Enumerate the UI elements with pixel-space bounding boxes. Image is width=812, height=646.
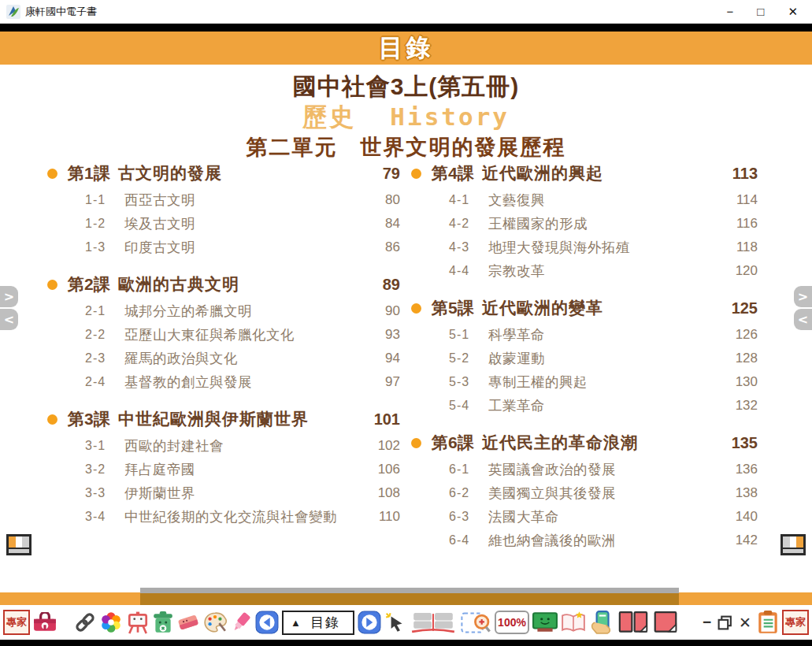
sub-title[interactable]: 中世紀後期的文化交流與社會變動	[124, 507, 365, 526]
lesson-page[interactable]: 135	[720, 434, 758, 452]
sub-title[interactable]: 王權國家的形成	[488, 214, 723, 233]
lesson-page[interactable]: 113	[720, 165, 758, 183]
hand-phone-icon[interactable]	[589, 608, 614, 637]
link-icon[interactable]	[74, 608, 96, 637]
left-edge-back-button[interactable]: <	[0, 309, 18, 330]
sub-row[interactable]: 5-3 專制王權的興起 130	[411, 373, 758, 392]
sub-row[interactable]: 2-2 亞歷山大東征與希臘化文化 93	[47, 325, 400, 344]
sub-title[interactable]: 埃及古文明	[124, 214, 365, 233]
sub-page[interactable]: 120	[723, 262, 758, 280]
chalkboard-icon[interactable]	[532, 608, 558, 637]
page-selector-arrow-icon[interactable]: ▲	[291, 617, 301, 629]
page-corner-left-icon[interactable]	[6, 534, 32, 555]
sub-title[interactable]: 法國大革命	[488, 507, 723, 526]
sub-row[interactable]: 4-1 文藝復興 114	[411, 191, 758, 210]
sub-page[interactable]: 84	[365, 214, 400, 233]
sub-page[interactable]: 116	[723, 214, 758, 233]
highlighter-icon[interactable]	[230, 608, 252, 637]
lesson-title[interactable]: 古文明的發展	[118, 162, 362, 184]
sub-title[interactable]: 基督教的創立與發展	[124, 373, 365, 392]
toolbox-icon[interactable]	[33, 608, 57, 637]
sub-title[interactable]: 西歐的封建社會	[124, 436, 365, 455]
sub-title[interactable]: 英國議會政治的發展	[488, 460, 723, 479]
sub-title[interactable]: 維也納會議後的歐洲	[488, 531, 723, 550]
toolbar-minimize-button[interactable]: −	[700, 614, 714, 631]
sub-row[interactable]: 1-1 西亞古文明 80	[47, 191, 400, 210]
lesson-title[interactable]: 近代歐洲的變革	[482, 297, 720, 319]
sub-page[interactable]: 80	[365, 191, 400, 210]
sub-page[interactable]: 108	[365, 484, 400, 503]
sub-page[interactable]: 118	[723, 238, 758, 257]
left-edge-forward-button[interactable]: >	[0, 286, 18, 307]
lesson-page[interactable]: 89	[362, 276, 400, 294]
lesson-row[interactable]: 第2課 歐洲的古典文明 89	[47, 273, 400, 295]
page-selector[interactable]: ▲ 目錄	[282, 611, 354, 635]
sparkle-book-icon[interactable]	[561, 608, 586, 637]
sub-title[interactable]: 專制王權的興起	[488, 373, 723, 392]
sub-row[interactable]: 5-1 科學革命 126	[411, 325, 758, 344]
clipboard-icon[interactable]	[757, 608, 779, 637]
sub-title[interactable]: 美國獨立與其後發展	[488, 484, 723, 503]
lesson-row[interactable]: 第3課 中世紀歐洲與伊斯蘭世界 101	[47, 408, 400, 430]
sub-page[interactable]: 140	[723, 507, 758, 526]
sub-page[interactable]: 130	[723, 373, 758, 392]
eraser-icon[interactable]	[176, 608, 200, 637]
prev-page-button[interactable]	[255, 608, 279, 637]
lesson-row[interactable]: 第6課 近代民主的革命浪潮 135	[411, 432, 758, 454]
sub-page[interactable]: 106	[365, 460, 400, 479]
sub-row[interactable]: 6-4 維也納會議後的歐洲 142	[411, 531, 758, 550]
sub-page[interactable]: 136	[723, 460, 758, 479]
toolbar-restore-button[interactable]	[717, 608, 733, 637]
sub-row[interactable]: 3-3 伊斯蘭世界 108	[47, 484, 400, 503]
single-page-view-icon[interactable]	[652, 608, 679, 637]
sub-page[interactable]: 93	[365, 325, 400, 344]
sub-row[interactable]: 2-1 城邦分立的希臘文明 90	[47, 302, 400, 321]
lesson-page[interactable]: 101	[362, 410, 400, 429]
lesson-page[interactable]: 125	[720, 299, 758, 317]
sub-page[interactable]: 138	[723, 484, 758, 503]
sub-title[interactable]: 伊斯蘭世界	[124, 484, 365, 503]
sub-title[interactable]: 科學革命	[488, 325, 723, 344]
palette-icon[interactable]	[203, 608, 227, 637]
sub-row[interactable]: 3-2 拜占庭帝國 106	[47, 460, 400, 479]
sub-page[interactable]: 102	[365, 436, 400, 455]
sub-row[interactable]: 3-4 中世紀後期的文化交流與社會變動 110	[47, 507, 400, 526]
sub-page[interactable]: 114	[723, 191, 758, 210]
sub-row[interactable]: 5-4 工業革命 132	[411, 396, 758, 415]
zoom-level-badge[interactable]: 100%	[495, 611, 529, 634]
right-edge-back-button[interactable]: <	[794, 309, 812, 330]
book-spread-icon[interactable]	[410, 608, 457, 637]
sub-row[interactable]: 2-4 基督教的創立與發展 97	[47, 373, 400, 392]
trash-icon[interactable]	[153, 608, 173, 637]
sub-title[interactable]: 文藝復興	[488, 191, 723, 210]
sub-row[interactable]: 1-2 埃及古文明 84	[47, 214, 400, 233]
expert-mode-button-right[interactable]: 專家	[782, 610, 809, 635]
sub-page[interactable]: 110	[365, 507, 400, 526]
next-page-button[interactable]	[358, 608, 381, 637]
sub-page[interactable]: 86	[365, 238, 400, 257]
zoom-area-icon[interactable]	[460, 608, 491, 637]
toolbar-close-button[interactable]: ✕	[736, 614, 754, 632]
maximize-button[interactable]: □	[757, 6, 764, 17]
lesson-title[interactable]: 歐洲的古典文明	[118, 273, 362, 295]
sub-page[interactable]: 97	[365, 373, 400, 392]
sub-row[interactable]: 4-3 地理大發現與海外拓殖 118	[411, 238, 758, 257]
cursor-icon[interactable]	[384, 608, 406, 637]
right-edge-forward-button[interactable]: >	[794, 286, 812, 307]
sub-page[interactable]: 90	[365, 302, 400, 321]
lesson-row[interactable]: 第1課 古文明的發展 79	[47, 162, 400, 184]
sub-title[interactable]: 城邦分立的希臘文明	[124, 302, 365, 321]
sub-page[interactable]: 132	[723, 396, 758, 415]
sub-title[interactable]: 西亞古文明	[124, 191, 365, 210]
minimize-button[interactable]: −	[727, 6, 734, 17]
sub-page[interactable]: 128	[723, 349, 758, 368]
sub-page[interactable]: 126	[723, 325, 758, 344]
lesson-row[interactable]: 第5課 近代歐洲的變革 125	[411, 297, 758, 319]
lesson-page[interactable]: 79	[362, 165, 400, 183]
sub-page[interactable]: 142	[723, 531, 758, 550]
sub-row[interactable]: 6-2 美國獨立與其後發展 138	[411, 484, 758, 503]
lesson-row[interactable]: 第4課 近代歐洲的興起 113	[411, 162, 758, 184]
horizontal-scrollbar[interactable]	[140, 593, 679, 605]
sub-row[interactable]: 2-3 羅馬的政治與文化 94	[47, 349, 400, 368]
sub-row[interactable]: 4-2 王權國家的形成 116	[411, 214, 758, 233]
